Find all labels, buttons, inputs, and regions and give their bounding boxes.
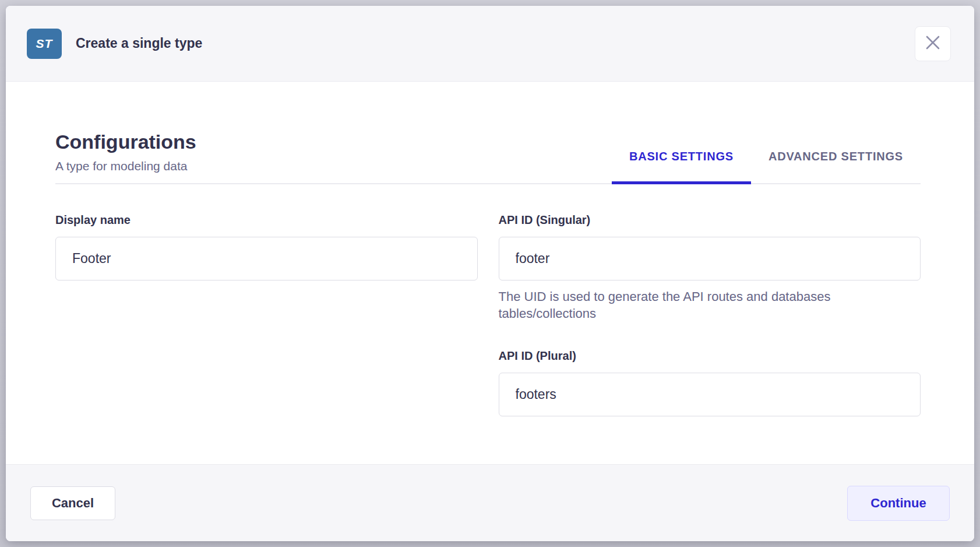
- api-id-plural-label: API ID (Plural): [499, 349, 921, 363]
- modal-title: Create a single type: [76, 36, 202, 51]
- api-id-plural-input[interactable]: [499, 373, 921, 416]
- settings-tabs: BASIC SETTINGS ADVANCED SETTINGS: [612, 150, 921, 183]
- api-id-plural-field-group: API ID (Plural): [499, 349, 921, 416]
- api-id-singular-field-group: API ID (Singular) The UID is used to gen…: [499, 213, 921, 322]
- single-type-badge: ST: [27, 29, 62, 59]
- modal-footer: Cancel Continue: [6, 464, 974, 541]
- configuration-form: Display name API ID (Singular) The UID i…: [55, 213, 921, 416]
- tab-basic-settings[interactable]: BASIC SETTINGS: [612, 150, 751, 183]
- form-column-right: API ID (Singular) The UID is used to gen…: [499, 213, 921, 416]
- display-name-field-group: Display name: [55, 213, 478, 280]
- section-title: Configurations: [55, 131, 196, 153]
- create-single-type-modal: ST Create a single type Configurations A…: [6, 6, 974, 541]
- api-id-singular-input[interactable]: [499, 237, 921, 280]
- modal-header: ST Create a single type: [6, 6, 974, 82]
- display-name-input[interactable]: [55, 237, 478, 280]
- tab-advanced-settings[interactable]: ADVANCED SETTINGS: [751, 150, 921, 183]
- modal-body: Configurations A type for modeling data …: [6, 82, 974, 464]
- close-icon: [925, 35, 940, 52]
- section-head: Configurations A type for modeling data …: [55, 131, 921, 184]
- api-id-singular-label: API ID (Singular): [499, 213, 921, 227]
- cancel-button[interactable]: Cancel: [30, 486, 115, 520]
- section-subtitle: A type for modeling data: [55, 159, 196, 173]
- api-id-singular-hint: The UID is used to generate the API rout…: [499, 288, 921, 322]
- close-button[interactable]: [915, 26, 951, 61]
- continue-button[interactable]: Continue: [847, 486, 950, 521]
- modal-header-left: ST Create a single type: [27, 29, 202, 59]
- single-type-badge-label: ST: [36, 37, 53, 51]
- section-titles: Configurations A type for modeling data: [55, 131, 196, 183]
- display-name-label: Display name: [55, 213, 478, 227]
- form-column-left: Display name: [55, 213, 478, 416]
